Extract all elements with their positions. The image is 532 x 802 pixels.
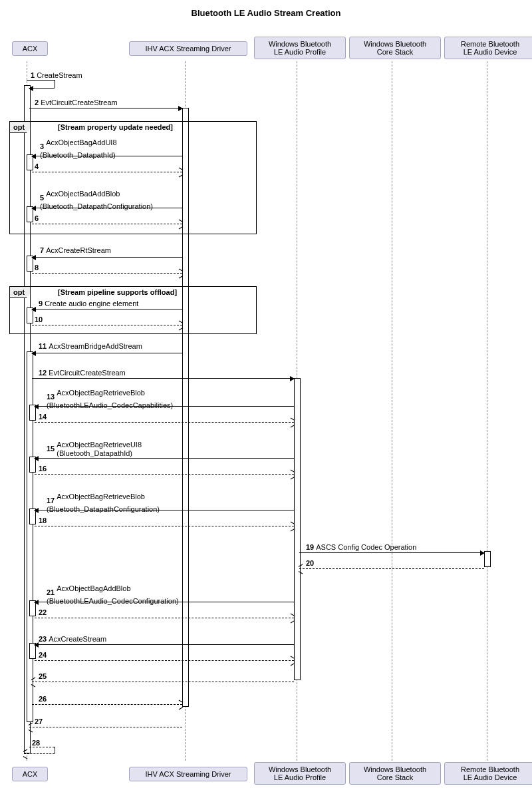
msg-10-line [32,325,182,325]
msg-3-line [32,156,182,156]
msg-27-line [29,727,182,727]
msg-8: 8 [35,264,41,272]
msg-14-line [35,422,294,423]
msg-8-line [32,273,182,274]
msg-27: 27 [35,717,45,725]
msg-10: 10 [35,315,45,323]
msg-28: 28 [32,739,42,747]
msg-12-line [32,378,294,379]
msg-1: 1CreateStream [31,71,82,79]
msg-2-line [29,108,182,108]
fragment-opt-2-label: opt [10,287,31,298]
participant-wba-top: Windows Bluetooth LE Audio Profile [254,37,346,59]
participant-acx-top: ACX [12,41,48,56]
fragment-opt-1-guard: [Stream property update needed] [58,123,173,131]
msg-4-line [32,172,182,172]
msg-22-line [35,618,294,618]
msg-26-line [32,704,182,705]
fragment-opt-1-label: opt [10,122,31,133]
msg-9: 9Create audio engine element [39,300,138,307]
msg-28-ret [24,753,55,754]
msg-28-h1 [29,747,55,747]
participant-remote-bot: Remote Bluetooth LE Audio Device [444,762,532,785]
fragment-opt-2: opt [Stream pipeline supports offload] [9,286,257,334]
msg-1-line [27,80,55,81]
msg-11-line [32,353,182,353]
msg-19-line [299,552,484,553]
msg-15: 15AcxObjectBagRetrieveUI8 (Bluetooth_Dat… [47,441,142,457]
lifeline-core [392,61,392,761]
participant-core-top: Windows Bluetooth Core Stack [349,37,441,59]
activation-wba [294,378,301,680]
msg-28-v [55,747,55,753]
msg-1-ret [29,88,55,89]
msg-5-line [32,208,182,208]
msg-24: 24 [39,651,49,659]
msg-18: 18 [39,516,49,524]
msg-9-line [32,309,182,309]
activation-remote [484,551,491,567]
msg-1-line-v [55,80,55,88]
msg-13-line [35,406,294,407]
msg-2: 2EvtCircuitCreateStream [35,99,118,106]
msg-7-line [32,257,182,258]
msg-12: 12EvtCircuitCreateStream [39,369,126,377]
msg-4: 4 [35,162,41,170]
participant-ihv-bot: IHV ACX Streaming Driver [129,767,247,781]
msg-20-line [299,568,484,569]
msg-26: 26 [39,695,49,703]
msg-23: 23AcxCreateStream [39,635,106,643]
participant-ihv-top: IHV ACX Streaming Driver [129,41,247,56]
participant-acx-bot: ACX [12,767,48,781]
msg-6-line [32,224,182,224]
msg-16-line [35,474,294,475]
diagram-title: Bluetooth LE Audio Stream Creation [0,0,532,26]
msg-25-line [32,682,294,682]
msg-19: 19ASCS Config Codec Operation [306,543,416,551]
msg-7: 7AcxCreateRtStream [40,246,111,254]
msg-6: 6 [35,214,41,222]
msg-21-line [35,602,294,602]
msg-24-line [35,660,294,661]
msg-11: 11AcxStreamBridgeAddStream [39,342,142,350]
participant-wba-bot: Windows Bluetooth LE Audio Profile [254,762,346,785]
msg-23-line [35,644,294,645]
msg-18-line [35,526,294,526]
msg-15-line [35,458,294,459]
lifeline-remote [487,61,487,761]
msg-20: 20 [306,559,316,567]
participant-core-bot: Windows Bluetooth Core Stack [349,762,441,785]
msg-16: 16 [39,465,49,473]
msg-17-line [35,510,294,510]
participant-remote-top: Remote Bluetooth LE Audio Device [444,37,532,59]
fragment-opt-2-guard: [Stream pipeline supports offload] [58,288,177,296]
msg-14: 14 [39,413,49,421]
msg-22: 22 [39,608,49,616]
msg-25: 25 [39,672,49,680]
